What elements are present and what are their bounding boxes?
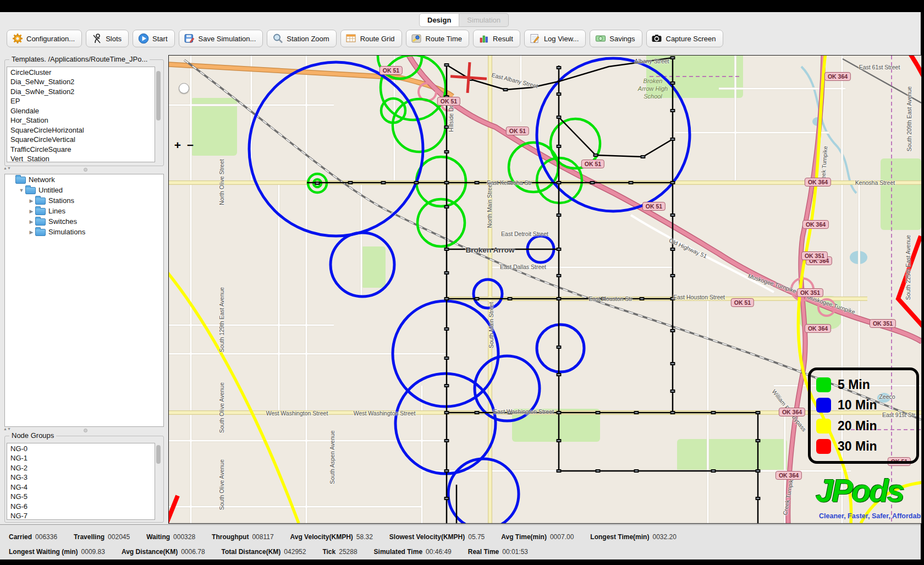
gear-icon bbox=[12, 33, 23, 45]
tree-item-switches[interactable]: ▶Switches bbox=[5, 216, 163, 227]
jpods-tagline: Cleaner, Faster, Safer, Affordable bbox=[819, 512, 922, 520]
map-zoom-out-button[interactable]: − bbox=[185, 140, 196, 152]
tab-simulation[interactable]: Simulation bbox=[459, 13, 509, 27]
templates-scrollbar[interactable] bbox=[156, 71, 161, 120]
money-icon bbox=[595, 33, 606, 45]
node-groups-scrollbar[interactable] bbox=[156, 445, 161, 464]
toolbar-button-label: Station Zoom bbox=[287, 35, 329, 43]
status-stat-tick: Tick25288 bbox=[322, 546, 357, 556]
toolbar-button-save-simulation[interactable]: Save Simulation... bbox=[179, 30, 263, 47]
map-panel[interactable]: Broken Arrow Broken Arrow High School Ea… bbox=[168, 55, 922, 524]
node-group-item-ng-4[interactable]: NG-4 bbox=[7, 482, 155, 492]
legend-label: 30 Min bbox=[838, 439, 877, 454]
splitter-top[interactable]: ▲▼ bbox=[3, 166, 164, 172]
splitter-up-icon[interactable]: ▲ bbox=[3, 427, 7, 431]
camera-icon bbox=[651, 33, 663, 45]
template-item-hor-station[interactable]: Hor_Station bbox=[7, 116, 155, 125]
toolbar-button-route-time[interactable]: Route Time bbox=[406, 30, 469, 47]
toolbar-button-start[interactable]: Start bbox=[133, 30, 174, 47]
template-item-glendale[interactable]: Glendale bbox=[7, 106, 155, 116]
tree-item-lines[interactable]: ▶Lines bbox=[5, 206, 163, 216]
legend-label: 5 Min bbox=[838, 377, 870, 392]
splitter-up-icon[interactable]: ▲ bbox=[3, 166, 7, 170]
node-group-item-ng-6[interactable]: NG-6 bbox=[7, 501, 155, 511]
play-icon bbox=[138, 33, 149, 45]
template-item-dia-swne-station2[interactable]: Dia_SwNe_Station2 bbox=[7, 86, 155, 96]
toolbar-button-route-grid[interactable]: Route Grid bbox=[340, 30, 402, 47]
status-row-1: Carried006336Travelling002045Waiting0003… bbox=[9, 531, 676, 541]
map-zoom-knob[interactable] bbox=[179, 83, 189, 94]
node-group-item-ng-3[interactable]: NG-3 bbox=[7, 473, 155, 482]
splitter-down-icon[interactable]: ▼ bbox=[7, 427, 11, 431]
status-label: Tick bbox=[322, 548, 336, 556]
legend-swatch bbox=[816, 398, 831, 413]
status-value: 58.32 bbox=[356, 533, 373, 541]
legend-swatch bbox=[816, 377, 831, 392]
template-item-trafficcirclesquare[interactable]: TrafficCircleSquare bbox=[7, 144, 155, 154]
node-groups-list: NG-0NG-1NG-2NG-3NG-4NG-5NG-6NG-7 bbox=[7, 443, 155, 520]
folder-icon bbox=[35, 229, 46, 236]
templates-panel: Templates. /Applications/RouteTime_JPo..… bbox=[4, 59, 164, 166]
status-label: Longest Time(min) bbox=[590, 533, 649, 541]
toolbar-button-slots[interactable]: Slots bbox=[86, 30, 129, 47]
log-icon bbox=[529, 33, 541, 45]
splitter-down-icon[interactable]: ▼ bbox=[7, 166, 11, 170]
chart-icon bbox=[478, 33, 490, 45]
status-label: Throughput bbox=[212, 533, 249, 541]
chevron-right-icon[interactable]: ▶ bbox=[28, 229, 35, 235]
toolbar-button-label: Save Simulation... bbox=[199, 35, 256, 43]
status-label: Avg Distance(KM) bbox=[122, 548, 178, 556]
legend-label: 10 Min bbox=[838, 398, 877, 413]
toolbar-button-log-view[interactable]: Log View... bbox=[524, 30, 586, 47]
chevron-right-icon[interactable]: ▶ bbox=[28, 198, 35, 204]
template-item-ep[interactable]: EP bbox=[7, 96, 155, 106]
toolbar-button-savings[interactable]: Savings bbox=[590, 30, 642, 47]
status-stat-longest-time-min: Longest Time(min)0032.20 bbox=[590, 531, 676, 541]
node-group-item-ng-0[interactable]: NG-0 bbox=[7, 443, 155, 453]
legend-label: 20 Min bbox=[838, 419, 877, 434]
status-label: Travelling bbox=[74, 533, 105, 541]
node-group-item-ng-7[interactable]: NG-7 bbox=[7, 511, 155, 520]
template-item-squarecirclehorizontal[interactable]: SquareCircleHorizontal bbox=[7, 125, 155, 135]
legend-row-10-min: 10 Min bbox=[816, 397, 916, 414]
folder-icon bbox=[15, 177, 26, 184]
status-label: Longest Waiting (min) bbox=[9, 548, 78, 556]
toolbar-button-station-zoom[interactable]: Station Zoom bbox=[267, 30, 336, 47]
folder-icon bbox=[35, 218, 46, 226]
toolbar-button-configuration[interactable]: Configuration... bbox=[7, 30, 82, 47]
template-item-dia-senw-station2[interactable]: Dia_SeNw_Station2 bbox=[7, 77, 155, 87]
toolbar-button-label: Configuration... bbox=[26, 35, 75, 43]
chevron-right-icon[interactable]: ▶ bbox=[28, 209, 35, 214]
status-value: 0007.00 bbox=[550, 533, 574, 541]
toolbar-button-label: Savings bbox=[609, 35, 635, 43]
tree-item-untitled[interactable]: ▼Untitled bbox=[5, 185, 163, 195]
legend-row-20-min: 20 Min bbox=[816, 418, 916, 434]
template-item-squarecirclevertical[interactable]: SquareCircleVertical bbox=[7, 135, 155, 145]
template-item-circlecluster[interactable]: CircleCluster bbox=[7, 67, 155, 77]
folder-icon bbox=[35, 208, 46, 215]
tree-item-stations[interactable]: ▶Stations bbox=[5, 195, 163, 206]
toolbar-button-label: Start bbox=[152, 35, 167, 43]
toolbar-button-result[interactable]: Result bbox=[473, 30, 520, 47]
node-group-item-ng-5[interactable]: NG-5 bbox=[7, 492, 155, 502]
status-bar: Carried006336Travelling002045Waiting0003… bbox=[0, 524, 921, 559]
status-stat-avg-distance-km: Avg Distance(KM)0006.78 bbox=[122, 546, 205, 556]
status-stat-travelling: Travelling002045 bbox=[74, 531, 130, 541]
tree-item-network[interactable]: Network bbox=[5, 174, 163, 185]
status-label: Waiting bbox=[146, 533, 170, 541]
tab-design[interactable]: Design bbox=[419, 13, 459, 27]
map-zoom-in-button[interactable]: + bbox=[172, 140, 183, 152]
status-label: Total Distance(KM) bbox=[222, 548, 281, 556]
toolbar-button-label: Log View... bbox=[544, 35, 579, 43]
chevron-right-icon[interactable]: ▶ bbox=[28, 219, 35, 224]
chevron-down-icon[interactable]: ▼ bbox=[18, 188, 25, 193]
status-label: Carried bbox=[9, 533, 32, 541]
toolbar-button-label: Slots bbox=[106, 35, 122, 43]
template-item-vert-station[interactable]: Vert_Station bbox=[7, 154, 155, 163]
tree-item-simulations[interactable]: ▶Simulations bbox=[5, 227, 163, 237]
toolbar-button-capture-screen[interactable]: Capture Screen bbox=[646, 30, 723, 47]
magnifier-icon bbox=[272, 33, 283, 45]
node-group-item-ng-1[interactable]: NG-1 bbox=[7, 453, 155, 463]
node-group-item-ng-2[interactable]: NG-2 bbox=[7, 463, 155, 473]
status-stat-avg-time-min: Avg Time(min)0007.00 bbox=[501, 531, 574, 541]
